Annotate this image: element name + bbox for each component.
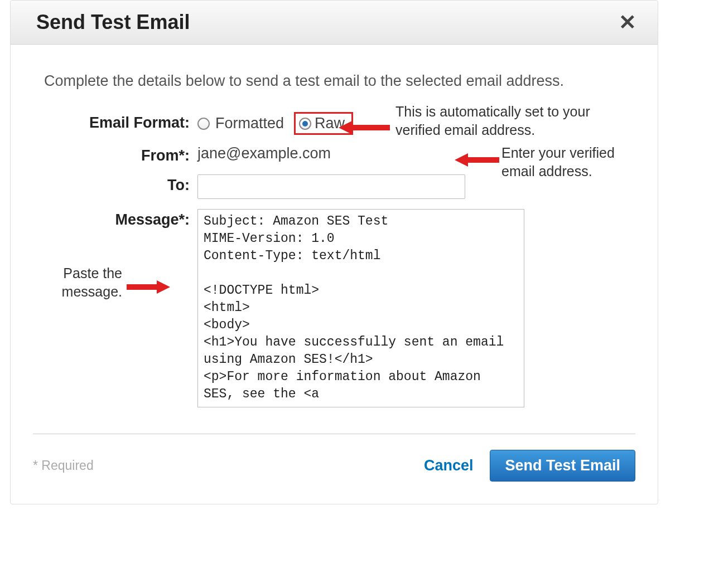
dialog-footer: * Required Cancel Send Test Email: [33, 434, 635, 504]
send-test-email-dialog: Send Test Email ✕ Complete the details b…: [10, 0, 658, 504]
label-message: Message*:: [33, 209, 197, 229]
intro-text: Complete the details below to send a tes…: [44, 72, 635, 90]
cancel-button[interactable]: Cancel: [424, 457, 474, 474]
label-to: To:: [33, 174, 197, 194]
from-value: jane@example.com: [197, 145, 331, 162]
dialog-title: Send Test Email: [36, 11, 190, 34]
callout-from: This is automatically set to your verifi…: [395, 103, 624, 139]
row-message: Message*:: [33, 209, 635, 411]
footer-buttons: Cancel Send Test Email: [424, 450, 635, 482]
label-from: From*:: [33, 145, 197, 164]
callout-to: Enter your verified email address.: [501, 144, 647, 180]
email-format-radio-group: Formatted Raw: [197, 112, 353, 135]
to-value-col: [197, 174, 465, 199]
send-test-email-button[interactable]: Send Test Email: [490, 450, 635, 482]
message-textarea[interactable]: [197, 209, 524, 407]
to-input[interactable]: [197, 174, 465, 199]
label-email-format: Email Format:: [33, 112, 197, 132]
dialog-header: Send Test Email ✕: [11, 1, 658, 45]
radio-raw-label: Raw: [315, 115, 345, 132]
message-value-col: [197, 209, 524, 411]
required-note: * Required: [33, 458, 94, 473]
callout-message: Paste the message.: [33, 264, 122, 300]
radio-raw[interactable]: [299, 118, 311, 130]
raw-highlight-box: Raw: [294, 112, 353, 135]
radio-formatted[interactable]: [197, 118, 210, 130]
dialog-body: Complete the details below to send a tes…: [11, 45, 658, 411]
close-icon[interactable]: ✕: [619, 12, 636, 33]
radio-formatted-label: Formatted: [215, 115, 284, 132]
